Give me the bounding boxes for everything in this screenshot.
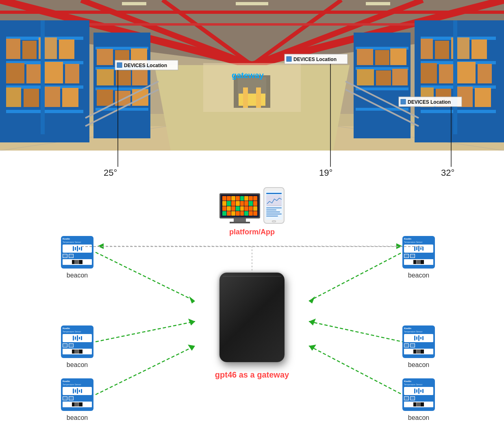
svg-rect-68: [475, 88, 491, 107]
svg-rect-10: [122, 2, 146, 5]
svg-rect-115: [69, 344, 73, 347]
svg-rect-32: [24, 89, 39, 107]
beacon-label-bot-right: beacon: [408, 414, 430, 422]
svg-rect-60: [471, 39, 487, 59]
svg-text:gateway: gateway: [232, 71, 264, 80]
svg-rect-50: [115, 91, 130, 106]
svg-rect-23: [4, 39, 20, 59]
svg-rect-113: [69, 254, 73, 258]
svg-rect-78: [375, 50, 389, 65]
svg-rect-122: [404, 397, 408, 400]
svg-rect-82: [392, 69, 408, 85]
svg-rect-90: [203, 63, 301, 112]
network-diagram-section: platform/App gpt46 as a gateway Keelin T…: [0, 183, 504, 435]
svg-rect-37: [41, 20, 45, 134]
svg-rect-119: [411, 254, 415, 258]
svg-rect-71: [453, 20, 457, 134]
svg-line-135: [309, 346, 402, 395]
svg-text:DEVICES Location: DEVICES Location: [124, 63, 167, 68]
gateway-label: gpt46 as a gateway: [215, 370, 289, 380]
svg-rect-117: [69, 397, 73, 400]
svg-rect-80: [357, 69, 374, 85]
dashed-connection-line: [81, 246, 423, 247]
svg-text:DEVICES Location: DEVICES Location: [293, 57, 337, 62]
beacon-label-mid-right: beacon: [408, 361, 430, 369]
svg-rect-30: [65, 64, 79, 83]
beacon-label-bot-left: beacon: [67, 414, 88, 422]
svg-rect-48: [132, 69, 148, 85]
svg-text:DEVICES Location: DEVICES Location: [408, 99, 451, 105]
svg-rect-112: [63, 254, 67, 258]
svg-rect-104: [401, 99, 406, 104]
monitor-icon: [219, 193, 260, 224]
svg-rect-22: [2, 110, 89, 113]
temp-label-3: 32°: [441, 168, 454, 178]
gateway-device: [219, 273, 285, 362]
svg-rect-43: [97, 49, 113, 65]
svg-line-133: [309, 321, 402, 342]
beacon-label-top-right: beacon: [408, 272, 430, 279]
svg-rect-51: [132, 89, 148, 106]
svg-rect-81: [376, 70, 391, 85]
svg-rect-56: [415, 110, 502, 113]
svg-line-129: [96, 346, 195, 395]
beacon-bot-left: Keelin Temperature Sensor: [61, 378, 93, 422]
svg-rect-28: [26, 64, 43, 83]
svg-rect-29: [45, 62, 63, 83]
svg-line-127: [96, 321, 195, 342]
svg-marker-128: [188, 319, 195, 325]
svg-rect-96: [117, 63, 122, 68]
svg-rect-70: [496, 20, 502, 134]
svg-rect-24: [22, 41, 37, 59]
svg-rect-26: [59, 39, 74, 59]
beacon-label-top-left: beacon: [67, 272, 88, 279]
warehouse-section: DEVICES Location DEVICES Location DEVICE…: [0, 0, 504, 151]
svg-rect-34: [62, 88, 78, 107]
svg-rect-62: [439, 64, 455, 83]
svg-rect-121: [411, 344, 415, 347]
beacon-top-right: Keelin Temperature Sensor: [402, 236, 435, 279]
beacon-mid-left: Keelin Temperature Sensor: [61, 325, 93, 369]
svg-rect-46: [97, 69, 114, 85]
platform-container: platform/App: [207, 187, 297, 236]
temp-label-1: 25°: [104, 168, 117, 178]
svg-rect-123: [411, 397, 415, 400]
svg-rect-12: [366, 2, 390, 5]
svg-rect-79: [390, 48, 406, 65]
svg-rect-27: [4, 63, 24, 83]
svg-line-125: [96, 252, 195, 301]
svg-marker-132: [309, 296, 315, 304]
svg-rect-114: [63, 344, 67, 347]
svg-rect-77: [357, 49, 373, 65]
temp-label-2: 19°: [319, 168, 332, 178]
svg-marker-126: [189, 296, 195, 304]
svg-rect-35: [0, 20, 6, 134]
svg-marker-136: [309, 345, 316, 351]
svg-rect-58: [435, 41, 449, 59]
svg-rect-49: [97, 90, 113, 106]
svg-rect-64: [478, 64, 492, 83]
svg-marker-130: [188, 345, 195, 351]
svg-rect-100: [287, 57, 291, 61]
platform-label: platform/App: [229, 228, 275, 236]
svg-rect-120: [404, 344, 408, 347]
beacon-label-mid-left: beacon: [67, 361, 88, 369]
platform-icons: [219, 187, 285, 224]
svg-rect-31: [4, 87, 21, 107]
svg-marker-134: [309, 319, 316, 325]
svg-rect-118: [404, 254, 408, 258]
svg-rect-63: [457, 62, 476, 83]
svg-rect-116: [63, 397, 67, 400]
svg-rect-11: [236, 2, 268, 5]
temperature-section: 25° 19° 32°: [0, 151, 504, 183]
beacon-top-left: Keelin Temperature Sensor: [61, 236, 93, 279]
phone-icon: [263, 187, 285, 224]
beacon-mid-right: Keelin Temperature Sensor: [402, 325, 435, 369]
svg-line-131: [309, 252, 402, 301]
beacon-bot-right: Keelin Temperature Sensor: [402, 378, 435, 422]
